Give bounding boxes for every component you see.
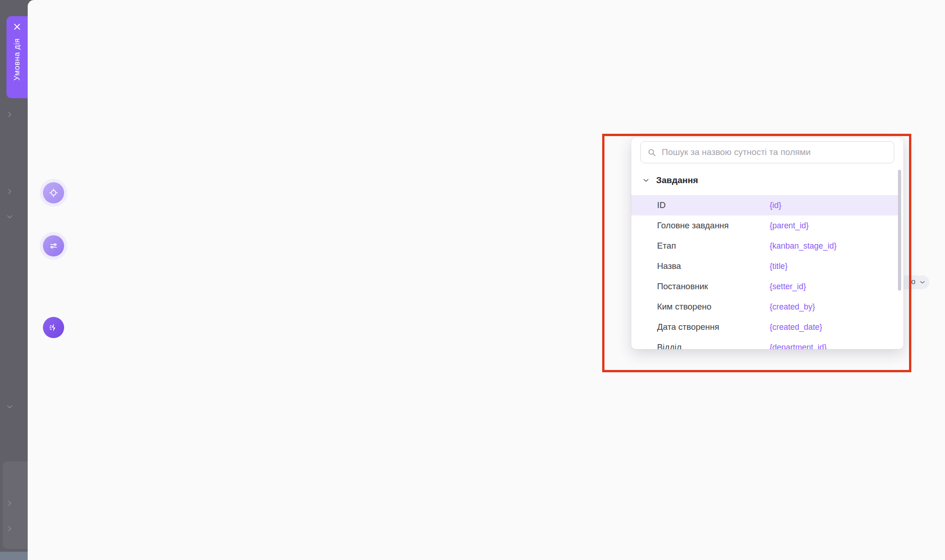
- chevron-down-icon: [919, 279, 926, 286]
- lightning-icon: [48, 322, 59, 333]
- trigger-step-icon: [43, 182, 64, 203]
- dropdown-item[interactable]: Постановник{setter_id}: [631, 276, 900, 297]
- field-picker-dropdown: Пошук за назвою сутності та полями Завда…: [631, 137, 903, 349]
- conditions-step-icon: [43, 235, 64, 256]
- dropdown-item-label: Відділ: [657, 342, 770, 349]
- conditional-action-tab[interactable]: Умовна дія: [6, 16, 28, 98]
- dropdown-item-token: {department_id}: [770, 343, 827, 350]
- chevron-right-icon[interactable]: [6, 524, 14, 533]
- chevron-down-icon[interactable]: [6, 403, 14, 411]
- dropdown-item-token: {title}: [770, 262, 788, 271]
- operator-value: о: [911, 277, 915, 286]
- dropdown-item-label: Дата створення: [657, 322, 770, 332]
- dropdown-scrollbar[interactable]: [898, 170, 901, 291]
- actions-step-icon: [43, 317, 64, 338]
- dropdown-item-label: Етап: [657, 241, 770, 251]
- dropdown-item[interactable]: Головне завдання{parent_id}: [631, 215, 900, 236]
- tab-label: Умовна дія: [12, 38, 22, 81]
- dropdown-item-label: Назва: [657, 261, 770, 271]
- sliders-icon: [48, 241, 59, 251]
- dropdown-item-token: {setter_id}: [770, 282, 806, 292]
- dropdown-group-header[interactable]: Завдання: [642, 175, 698, 185]
- dropdown-item-label: Постановник: [657, 281, 770, 292]
- dropdown-item[interactable]: ID{id}: [631, 195, 900, 215]
- dropdown-item-token: {parent_id}: [770, 221, 809, 231]
- search-placeholder: Пошук за назвою сутності та полями: [662, 147, 811, 157]
- dropdown-item[interactable]: Назва{title}: [631, 256, 900, 276]
- dropdown-item-list: ID{id}Головне завдання{parent_id}Етап{ka…: [631, 195, 900, 349]
- close-icon[interactable]: [12, 22, 22, 32]
- dropdown-item-label: ID: [657, 200, 770, 210]
- background-bottom-band: [0, 552, 28, 560]
- dropdown-item-label: Головне завдання: [657, 220, 770, 231]
- dropdown-item[interactable]: Етап{kanban_stage_id}: [631, 236, 900, 256]
- dropdown-item-label: Ким створено: [657, 302, 770, 312]
- chevron-right-icon[interactable]: [6, 499, 14, 507]
- chevron-down-icon: [642, 177, 650, 184]
- chevron-right-icon[interactable]: [6, 187, 14, 196]
- dropdown-item[interactable]: Ким створено{created_by}: [631, 297, 900, 317]
- chevron-down-icon[interactable]: [6, 213, 14, 221]
- dropdown-item[interactable]: Відділ{department_id}: [631, 337, 900, 349]
- dropdown-item-token: {kanban_stage_id}: [770, 241, 837, 251]
- target-icon: [48, 188, 59, 198]
- dropdown-item-token: {created_by}: [770, 302, 815, 312]
- dropdown-item[interactable]: Дата створення{created_date}: [631, 317, 900, 337]
- search-icon: [647, 148, 656, 157]
- dropdown-item-token: {created_date}: [770, 322, 822, 332]
- dropdown-item-token: {id}: [770, 201, 781, 210]
- chevron-right-icon[interactable]: [6, 110, 14, 119]
- dropdown-search-input[interactable]: Пошук за назвою сутності та полями: [640, 141, 894, 163]
